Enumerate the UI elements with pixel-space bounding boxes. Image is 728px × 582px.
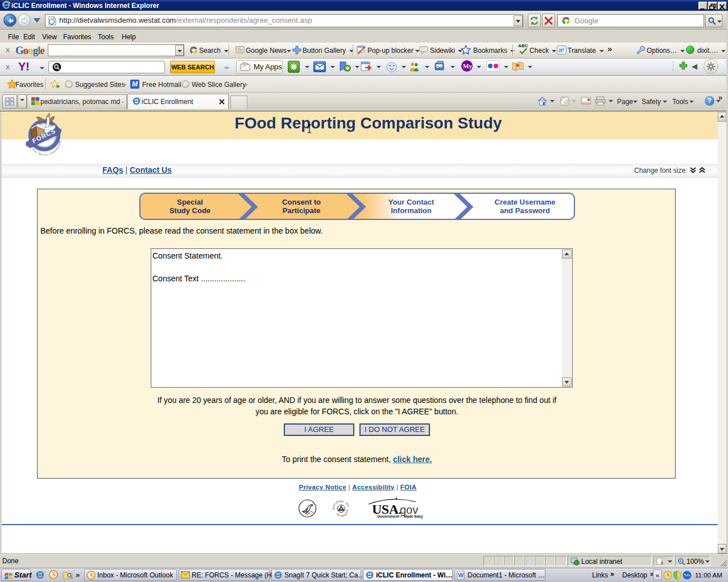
svg-text:W: W xyxy=(458,572,464,579)
svg-text:a: a xyxy=(561,47,564,52)
